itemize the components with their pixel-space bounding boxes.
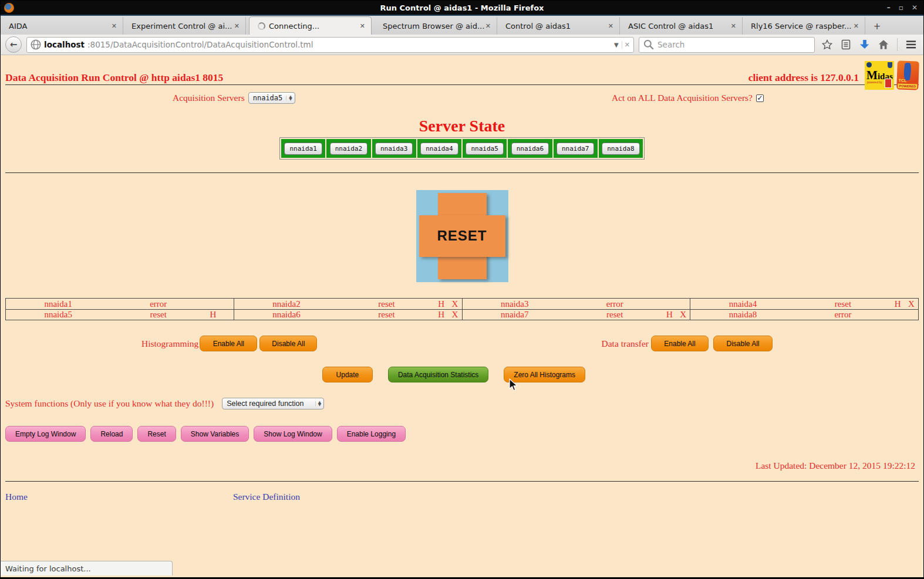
status-row: nnaida1 error nnaida2 reset H X nnaida3 …: [6, 299, 918, 309]
server-name: nnaida1: [6, 299, 110, 309]
server-button-nnaida7[interactable]: nnaida7: [557, 143, 594, 155]
tab-close-icon[interactable]: [730, 22, 737, 30]
tab-control[interactable]: Control @ aidas1: [497, 17, 620, 35]
server-button-nnaida2[interactable]: nnaida2: [330, 143, 367, 155]
new-tab-button[interactable]: +: [865, 18, 889, 35]
flag-x: X: [676, 310, 690, 320]
reset-button[interactable]: RESET: [416, 190, 508, 282]
server-state: error: [567, 299, 663, 309]
empty-log-window-button[interactable]: Empty Log Window: [5, 426, 86, 442]
url-dropdown-icon[interactable]: ▼: [614, 42, 619, 48]
server-button-nnaida5[interactable]: nnaida5: [466, 143, 503, 155]
histogramming-disable-all-button[interactable]: Disable All: [259, 336, 317, 351]
acquisition-servers-group: Acquisition Servers nnaida5 ▲▼: [173, 92, 295, 104]
url-bar[interactable]: localhost:8015/DataAcquisitionControl/Da…: [26, 37, 634, 53]
tab-spectrum-browser[interactable]: Spectrum Browser @ aid...: [375, 17, 497, 35]
zero-all-histograms-button[interactable]: Zero All Histograms: [504, 367, 585, 382]
tab-rly16-service[interactable]: Rly16 Service @ raspber...: [743, 17, 865, 35]
server-state: reset: [339, 310, 434, 320]
server-cell: nnaida1: [281, 139, 325, 158]
data-transfer-label: Data transfer: [602, 338, 649, 349]
tab-close-icon[interactable]: [607, 22, 615, 30]
data-transfer-disable-all-button[interactable]: Disable All: [713, 336, 773, 351]
toolbar-separator: [897, 38, 898, 51]
flag-h: H: [891, 299, 904, 309]
select-spinner-icon: ▲▼: [286, 96, 292, 100]
last-updated-text: Last Updated: December 12, 2015 19:22:12: [1, 461, 923, 471]
act-on-all-label: Act on ALL Data Acquisition Servers?: [612, 93, 753, 103]
update-button[interactable]: Update: [322, 367, 373, 382]
tab-aida[interactable]: AIDA: [1, 17, 123, 35]
reload-button[interactable]: Reload: [90, 426, 133, 442]
stop-loading-icon[interactable]: ✕: [622, 41, 630, 49]
tab-close-icon[interactable]: [233, 22, 241, 30]
server-button-nnaida4[interactable]: nnaida4: [420, 143, 458, 155]
downloads-icon[interactable]: [859, 39, 870, 50]
status-group-nnaida1: nnaida1 error: [6, 299, 234, 309]
loading-spinner-icon: [258, 22, 265, 30]
page-content: Data Acquisition Run Control @ http aida…: [1, 55, 923, 578]
server-state: error: [110, 299, 206, 309]
status-group-nnaida5: nnaida5 reset H: [6, 310, 234, 320]
close-button[interactable]: ✕: [912, 1, 918, 14]
flag-h: H: [434, 310, 448, 320]
home-icon[interactable]: [878, 39, 889, 50]
data-transfer-enable-all-button[interactable]: Enable All: [651, 336, 709, 351]
server-button-nnaida6[interactable]: nnaida6: [511, 143, 549, 155]
minimize-button[interactable]: –: [887, 1, 891, 14]
acquisition-server-select[interactable]: nnaida5 ▲▼: [248, 92, 295, 104]
server-cell: nnaida7: [554, 139, 598, 158]
tcl-logo-band: POWERED: [898, 83, 917, 89]
client-address: client address is 127.0.0.1: [748, 72, 859, 84]
footer-links: Home Service Definition: [1, 492, 923, 502]
tab-connecting-active[interactable]: Connecting...: [249, 16, 372, 35]
system-function-select[interactable]: Select required function ▲▼: [222, 398, 324, 409]
server-state: error: [795, 310, 891, 320]
divider: [5, 84, 919, 85]
status-group-nnaida7: nnaida7 reset H X: [462, 310, 690, 320]
tab-close-icon[interactable]: [110, 22, 118, 30]
back-button[interactable]: ←: [5, 36, 22, 53]
midas-logo-subtext: powered by: [867, 80, 882, 84]
tab-experiment-control[interactable]: Experiment Control @ ai...: [123, 17, 246, 35]
show-log-window-button[interactable]: Show Log Window: [254, 426, 332, 442]
url-path: :8015/DataAcquisitionControl/DataAcquisi…: [87, 40, 611, 49]
page-title: Data Acquisition Run Control @ http aida…: [5, 72, 223, 84]
server-button-nnaida1[interactable]: nnaida1: [284, 143, 322, 155]
server-cell: nnaida6: [508, 139, 552, 158]
server-status-table: nnaida1 error nnaida2 reset H X nnaida3 …: [5, 298, 919, 320]
bookmark-star-icon[interactable]: [822, 39, 832, 50]
server-button-nnaida8[interactable]: nnaida8: [602, 143, 639, 155]
tab-close-icon[interactable]: [852, 22, 860, 30]
acquisition-row: Acquisition Servers nnaida5 ▲▼ Act on AL…: [1, 92, 923, 104]
enable-logging-button[interactable]: Enable Logging: [337, 426, 406, 442]
bookmarks-list-icon[interactable]: [841, 39, 851, 50]
data-acquisition-statistics-button[interactable]: Data Acquisition Statistics: [388, 367, 488, 382]
tab-close-icon[interactable]: [359, 22, 366, 30]
histogramming-row: Histogramming Enable All Disable All Dat…: [1, 336, 923, 351]
search-bar[interactable]: Search: [639, 37, 815, 53]
tab-asic-control[interactable]: ASIC Control @ aidas1: [620, 17, 743, 35]
logo-group: Midas powered by TCL POWERED: [865, 61, 919, 90]
service-definition-link[interactable]: Service Definition: [233, 492, 300, 502]
act-on-all-checkbox[interactable]: [756, 94, 764, 102]
firefox-icon: [4, 3, 14, 13]
tab-close-icon[interactable]: [484, 22, 492, 30]
midas-logo[interactable]: Midas powered by: [865, 61, 894, 90]
server-name: nnaida8: [690, 310, 795, 320]
server-cell: nnaida8: [599, 139, 643, 158]
show-variables-button[interactable]: Show Variables: [181, 426, 249, 442]
home-link[interactable]: Home: [5, 492, 28, 502]
maximize-button[interactable]: ▫: [899, 1, 903, 14]
histogramming-enable-all-button[interactable]: Enable All: [200, 336, 257, 351]
tab-label: Connecting...: [269, 22, 359, 31]
flag-h: H: [206, 310, 220, 320]
server-button-nnaida3[interactable]: nnaida3: [375, 143, 413, 155]
server-name: nnaida3: [463, 299, 567, 309]
tcl-powered-logo[interactable]: TCL POWERED: [896, 60, 919, 90]
status-group-nnaida8: nnaida8 error: [690, 310, 918, 320]
reset-button-small[interactable]: Reset: [137, 426, 176, 442]
tab-label: AIDA: [9, 22, 110, 31]
flag-x: X: [448, 299, 461, 309]
menu-hamburger-icon[interactable]: [906, 39, 916, 50]
